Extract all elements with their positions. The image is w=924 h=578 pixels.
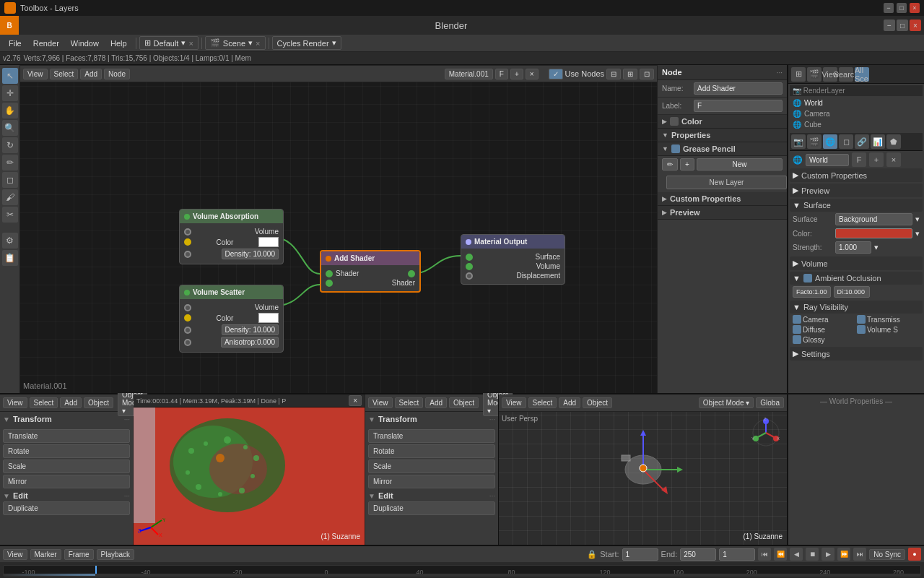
world-add-btn[interactable]: + [869, 152, 884, 167]
br-ray-header[interactable]: ▼ Ray Visibility [790, 301, 923, 314]
br-di-value[interactable]: Di:10.000 [834, 286, 870, 298]
br-scene-icon[interactable]: 🎬 [807, 67, 821, 82]
br-surface-type-field[interactable]: Background [835, 213, 912, 225]
world-item[interactable]: 🌐 World [790, 98, 923, 108]
tl-sync-btn[interactable]: No Sync [869, 549, 905, 560]
ne-select-btn[interactable]: Select [50, 69, 79, 79]
scene-prop-icon-btn[interactable]: 🎬 [807, 134, 821, 149]
br-preview-header[interactable]: ▶ Preview [790, 184, 923, 197]
vs-density-field[interactable]: Density: 10.000 [222, 324, 279, 335]
tl-marker-btn[interactable]: Marker [30, 549, 61, 560]
br-color-swatch[interactable] [835, 228, 912, 238]
br-volume-header[interactable]: ▶ Volume [790, 256, 923, 270]
va-color-swatch[interactable] [258, 237, 279, 247]
rotate-btn[interactable]: Rotate [3, 444, 130, 458]
br-volumes-check[interactable] [857, 325, 866, 334]
tool-properties[interactable]: ⚙ [2, 233, 18, 249]
node-label-input[interactable]: F [694, 100, 783, 112]
lr-scale-btn[interactable]: Scale [368, 460, 495, 473]
preview-section-header[interactable]: ▶ Preview [658, 206, 787, 220]
vs-aniso-field[interactable]: Anisotrop:0.000 [221, 337, 279, 348]
lr-select-btn[interactable]: Select [395, 397, 424, 408]
br-ao-header[interactable]: ▼ Ambient Occlusion [790, 272, 923, 285]
object-prop-icon-btn[interactable]: ◻ [839, 134, 853, 149]
ne-material-name[interactable]: Material.001 [445, 69, 493, 79]
br-transmiss-check[interactable] [857, 315, 866, 324]
br-custom-props-header[interactable]: ▶ Custom Properties [790, 168, 923, 182]
tl-record-btn[interactable]: ● [908, 548, 921, 561]
ne-node-btn[interactable]: Node [104, 69, 130, 79]
lr-translate-btn[interactable]: Translate [368, 429, 495, 443]
3d-select-btn[interactable]: Select [528, 397, 557, 408]
translate-btn[interactable]: Translate [3, 429, 130, 443]
constraint-prop-icon-btn[interactable]: 🔗 [855, 134, 869, 149]
tool-paint[interactable]: 🖌 [2, 189, 18, 205]
ne-view-btn[interactable]: View [23, 69, 48, 79]
br-ao-check[interactable] [803, 274, 812, 282]
new-layer-btn[interactable]: New Layer [666, 176, 787, 189]
minimize-button[interactable]: − [884, 3, 894, 13]
node-material-output[interactable]: Material Output Surface Volume [461, 234, 565, 285]
3d-mode-btn[interactable]: Object Mode ▾ [699, 397, 754, 408]
node-volume-scatter[interactable]: Volume Scatter Volume Color [179, 285, 284, 353]
render-layer-item[interactable]: 📷 RenderLayer [790, 85, 923, 96]
tl-jump-start-btn[interactable]: ⏮ [758, 548, 771, 561]
layout-selector[interactable]: ⊞ Default ▾ × [139, 36, 199, 50]
material-prop-icon-btn[interactable]: ⬟ [886, 134, 901, 149]
timeline-track[interactable]: -100 -40 -20 0 40 80 120 160 200 240 280 [3, 565, 921, 577]
gp-plus-icon-btn[interactable]: + [680, 158, 694, 171]
tool-rotate[interactable]: ↻ [2, 137, 18, 153]
br-factor-value[interactable]: Facto:1.00 [793, 286, 831, 298]
3d-view-btn[interactable]: View [502, 397, 526, 408]
tl-view-btn[interactable]: View [3, 549, 27, 560]
tl-stop-btn[interactable]: ⏹ [806, 548, 819, 561]
gp-section-header[interactable]: ▼ Grease Pencil [658, 142, 787, 156]
tl-next-frame-btn[interactable]: ⏩ [837, 548, 850, 561]
ll-select-btn[interactable]: Select [30, 397, 58, 408]
node-volume-absorption[interactable]: Volume Absorption Volume Color [179, 209, 284, 264]
node-panel-more[interactable]: ··· [777, 69, 783, 77]
tl-play-btn[interactable]: ▶ [821, 548, 834, 561]
world-x-btn[interactable]: × [886, 152, 901, 167]
ne-icon1[interactable]: ⊟ [606, 69, 621, 79]
ne-icon3[interactable]: ⊡ [640, 69, 654, 79]
close-button[interactable]: × [910, 3, 920, 13]
tl-jump-end-btn[interactable]: ⏭ [853, 548, 866, 561]
3d-object-btn[interactable]: Object [583, 397, 612, 408]
lower-close-btn[interactable]: × [349, 395, 362, 406]
3d-viewport-content[interactable]: User Persp Z X Y (1) Suzanne [499, 412, 787, 545]
ne-add-btn[interactable]: Add [80, 69, 102, 79]
tool-pointer[interactable]: ↖ [2, 68, 18, 84]
gp-new-btn[interactable]: New [697, 158, 783, 171]
ne-add-socket-btn[interactable]: + [510, 69, 523, 79]
tl-play-reverse-btn[interactable]: ◀ [790, 548, 803, 561]
ne-icon2[interactable]: ⊞ [623, 69, 637, 79]
tool-pencil[interactable]: ✏ [2, 155, 18, 171]
world-f-btn[interactable]: F [852, 152, 866, 167]
vs-color-swatch[interactable] [258, 313, 279, 323]
lower-viewport-content[interactable]: Y X Z (1) Suzanne [134, 407, 365, 545]
node-editor-canvas[interactable]: Volume Absorption Volume Color [20, 82, 657, 393]
ll-view-btn[interactable]: View [3, 397, 27, 408]
tl-start-value[interactable]: 1 [622, 548, 658, 561]
data-prop-icon-btn[interactable]: 📊 [871, 134, 885, 149]
br-surface-header[interactable]: ▼ Surface [790, 199, 923, 212]
custom-props-header[interactable]: ▶ Custom Properties [658, 192, 787, 206]
color-section-header[interactable]: ▶ Color [658, 115, 787, 129]
tl-frame-btn[interactable]: Frame [64, 549, 94, 560]
scale-btn[interactable]: Scale [3, 460, 130, 473]
ll-object-btn[interactable]: Object [84, 397, 113, 408]
menu-window[interactable]: Window [65, 38, 105, 49]
tl-playback-btn[interactable]: Playback [97, 549, 135, 560]
cube-item[interactable]: 🌐 Cube [790, 119, 923, 130]
ne-f-btn[interactable]: F [495, 69, 508, 79]
render-icon-btn[interactable]: 📷 [791, 134, 806, 149]
menu-help[interactable]: Help [105, 38, 133, 49]
br-search-btn[interactable]: Search [839, 67, 853, 82]
3d-global-btn[interactable]: Globa [756, 397, 784, 408]
mirror-btn[interactable]: Mirror [3, 475, 130, 488]
tool-erase[interactable]: ◻ [2, 172, 18, 188]
br-glossy-check[interactable] [793, 335, 801, 344]
tool-pan[interactable]: ✋ [2, 103, 18, 118]
tool-crosshair[interactable]: ✛ [2, 85, 18, 101]
